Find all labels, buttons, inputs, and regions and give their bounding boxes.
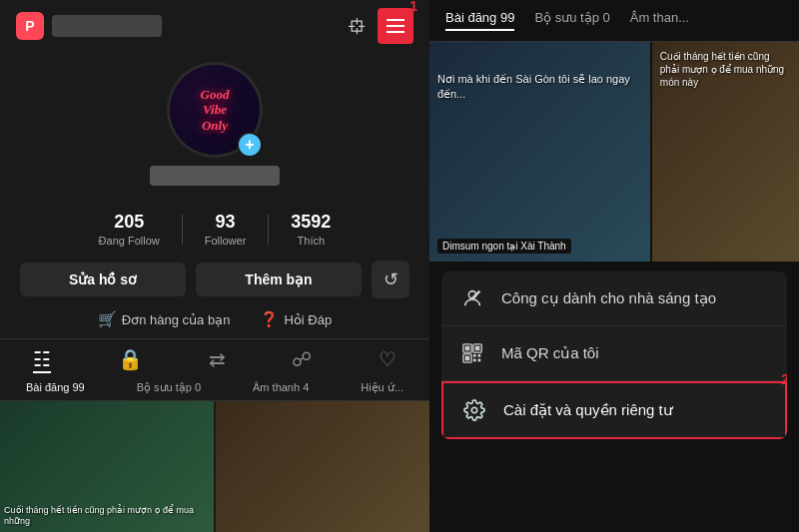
settings-item[interactable]: 2 Cài đặt và quyền riêng tư [441, 381, 787, 439]
right-tab-audio[interactable]: Âm than... [630, 10, 689, 31]
top-bar-left: P [16, 12, 162, 40]
right-tab-posts[interactable]: Bài đăng 99 [445, 10, 514, 31]
img-text-1: Nơi mà khi đến Sài Gòn tôi sẽ lao ngay đ… [437, 72, 650, 103]
right-panel: Bài đăng 99 Bộ sưu tập 0 Âm than... Nơi … [429, 0, 799, 532]
menu-button[interactable] [378, 8, 413, 44]
tab-icons-row: ☷ 🔒 ⇄ ☍ ♡ [0, 338, 429, 377]
img-text-2: Dimsum ngon tại Xài Thành [437, 236, 571, 254]
tab-lock-icon[interactable]: 🔒 [118, 347, 143, 373]
cart-icon: 🛒 [98, 310, 117, 328]
tab-label-effect[interactable]: Hiệu ứ... [361, 381, 403, 394]
images-row: Nơi mà khi đến Sài Gòn tôi sẽ lao ngay đ… [429, 42, 799, 262]
creator-tools-label: Công cụ dành cho nhà sáng tạo [501, 289, 716, 307]
creator-tools-item[interactable]: Công cụ dành cho nhà sáng tạo [441, 271, 787, 326]
settings-label: Cài đặt và quyền riêng tư [503, 401, 673, 419]
creator-tools-icon [459, 287, 485, 309]
tab-label-audio[interactable]: Âm thanh 4 [253, 381, 309, 394]
orders-label: Đơn hàng của bạn [122, 312, 231, 327]
left-panel: P ⯐ GoodVibeOnly [0, 0, 429, 532]
qr-code-item[interactable]: Mã QR của tôi [441, 326, 787, 381]
shop-row: 🛒 Đơn hàng của bạn ❓ Hỏi Đáp [0, 310, 429, 328]
followers-label: Follower [205, 235, 247, 247]
avatar-text: GoodVibeOnly [201, 87, 230, 134]
tab-repost-icon[interactable]: ⇄ [209, 347, 226, 373]
likes-label: Thích [298, 235, 326, 247]
edit-profile-button[interactable]: Sửa hồ sơ [20, 263, 186, 296]
svg-rect-9 [473, 359, 476, 362]
thumb-text-1: Cuối tháng hết tiền cũng phải mượn ọ để … [4, 505, 210, 528]
share-icon: ↺ [384, 268, 399, 290]
img-caption: Cuối tháng hết tiền cũng phải mượn ọ để … [660, 50, 791, 89]
settings-badge: 2 [781, 371, 787, 387]
add-friend-button[interactable]: Thêm bạn [196, 263, 362, 296]
right-tab-collection[interactable]: Bộ sưu tập 0 [534, 10, 609, 31]
dropdown-menu: Công cụ dành cho nhà sáng tạo [441, 271, 787, 439]
following-label: Đang Follow [99, 235, 160, 247]
svg-point-11 [471, 407, 477, 413]
svg-rect-8 [478, 354, 481, 357]
settings-icon [461, 399, 487, 421]
qr-icon[interactable]: ⯐ [348, 15, 368, 38]
content-image-2[interactable]: Cuối tháng hết tiền cũng phải mượn ọ để … [652, 42, 799, 262]
p-badge: P [16, 12, 44, 40]
right-content-images: Nơi mà khi đến Sài Gòn tôi sẽ lao ngay đ… [429, 42, 799, 262]
svg-rect-6 [465, 356, 470, 361]
qr-code-label: Mã QR của tôi [501, 344, 599, 362]
thumbnail-2[interactable] [216, 401, 429, 532]
top-bar-right: ⯐ [348, 8, 413, 44]
thumbnail-1[interactable]: Cuối tháng hết tiền cũng phải mượn ọ để … [0, 401, 214, 532]
profile-section: GoodVibeOnly + [0, 52, 429, 212]
share-button[interactable]: ↺ [372, 261, 409, 298]
svg-rect-4 [475, 346, 480, 351]
content-image-1[interactable]: Nơi mà khi đến Sài Gòn tôi sẽ lao ngay đ… [429, 42, 650, 262]
right-tabbar: Bài đăng 99 Bộ sưu tập 0 Âm than... [429, 0, 799, 42]
top-bar: P ⯐ [0, 0, 429, 52]
qr-code-icon [459, 342, 485, 364]
add-avatar-button[interactable]: + [237, 132, 263, 158]
tab-heart-icon[interactable]: ♡ [379, 347, 397, 373]
svg-rect-2 [465, 346, 470, 351]
stat-followers[interactable]: 93 Follower [183, 212, 269, 247]
avatar-wrapper: GoodVibeOnly + [167, 62, 263, 158]
followers-count: 93 [216, 212, 236, 233]
tab-label-posts[interactable]: Bài đăng 99 [26, 381, 85, 394]
profile-name-blur [150, 166, 280, 186]
tab-label-collection[interactable]: Bộ sưu tập 0 [137, 381, 201, 394]
stat-following[interactable]: 205 Đang Follow [77, 212, 182, 247]
hamburger-icon [387, 19, 404, 33]
qa-icon: ❓ [260, 310, 279, 328]
stats-row: 205 Đang Follow 93 Follower 3592 Thích [0, 212, 429, 247]
username-blur [52, 15, 162, 37]
action-buttons: Sửa hồ sơ Thêm bạn ↺ [0, 261, 429, 298]
orders-item[interactable]: 🛒 Đơn hàng của bạn [98, 310, 231, 328]
qa-label: Hỏi Đáp [284, 312, 332, 327]
dimsum-label: Dimsum ngon tại Xài Thành [437, 239, 571, 254]
tab-highlight-icon[interactable]: ☍ [292, 347, 312, 373]
likes-count: 3592 [291, 212, 331, 233]
tab-labels-row: Bài đăng 99 Bộ sưu tập 0 Âm thanh 4 Hiệu… [0, 377, 429, 401]
tab-posts-icon[interactable]: ☷ [33, 347, 51, 373]
app-container: P ⯐ GoodVibeOnly [0, 0, 799, 532]
qa-item[interactable]: ❓ Hỏi Đáp [260, 310, 332, 328]
thumbnail-row: Cuối tháng hết tiền cũng phải mượn ọ để … [0, 401, 429, 532]
svg-rect-10 [478, 359, 481, 362]
svg-rect-7 [473, 354, 476, 357]
stat-likes[interactable]: 3592 Thích [269, 212, 353, 247]
following-count: 205 [114, 212, 144, 233]
